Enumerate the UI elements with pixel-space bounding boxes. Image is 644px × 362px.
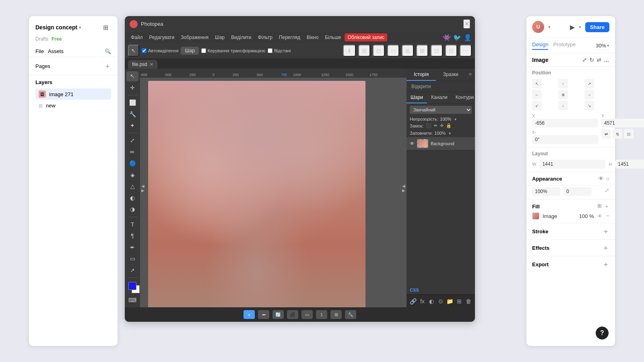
- menu-edit[interactable]: Редагувати: [147, 33, 178, 41]
- transform-checkbox[interactable]: [201, 48, 206, 53]
- align-middle-right[interactable]: →: [584, 90, 594, 99]
- add-page-button[interactable]: ＋: [104, 61, 111, 71]
- share-button[interactable]: Share: [585, 22, 609, 32]
- x-input[interactable]: [532, 119, 598, 128]
- eraser-tool[interactable]: ◈: [126, 170, 138, 180]
- export-add-icon[interactable]: ＋: [602, 259, 609, 269]
- menu-more[interactable]: Більше: [322, 33, 344, 41]
- collapse-right-icon[interactable]: ◀▶: [402, 184, 406, 193]
- distance-checkbox[interactable]: [268, 48, 272, 53]
- selection-tool[interactable]: ↖: [126, 71, 138, 81]
- collapse-left-icon[interactable]: ◀▶: [141, 184, 145, 193]
- flip-icon[interactable]: ⇄: [597, 57, 601, 63]
- wand-tool[interactable]: ✦: [126, 121, 138, 131]
- tool-icon-4[interactable]: ⊞: [402, 45, 414, 57]
- open-button[interactable]: Відкрити: [407, 81, 475, 92]
- history-tab[interactable]: Історія: [407, 69, 436, 81]
- rotate-icon[interactable]: ↻: [589, 57, 594, 63]
- nav-btn-3[interactable]: ⬛: [287, 310, 298, 319]
- align-top-left[interactable]: ↖: [532, 79, 542, 88]
- blend-mode-select[interactable]: Звичайний: [410, 106, 472, 114]
- assets-tab[interactable]: Assets: [48, 48, 64, 54]
- nav-btn-4[interactable]: ▭: [301, 310, 313, 319]
- crop-icon[interactable]: ⤢: [582, 57, 587, 63]
- effects-icon[interactable]: fx: [419, 296, 426, 306]
- menu-filter[interactable]: Фільтр: [255, 33, 275, 41]
- menu-layer[interactable]: Шар: [212, 33, 227, 41]
- zoom-dropdown-icon[interactable]: ▾: [607, 43, 609, 48]
- width-input[interactable]: [539, 160, 605, 169]
- tool-icon-7[interactable]: ⊟: [445, 45, 457, 57]
- text-tool[interactable]: T: [126, 219, 138, 229]
- menu-window[interactable]: Вікно: [304, 33, 321, 41]
- flip-h-button[interactable]: ⇄: [601, 129, 611, 139]
- layer-dropdown-btn[interactable]: Шар: [181, 47, 198, 55]
- panel-expand-icon[interactable]: ≡: [465, 69, 475, 81]
- fill-color-swatch[interactable]: [532, 212, 539, 220]
- fill-remove-icon[interactable]: −: [606, 212, 609, 220]
- tool-icon-3[interactable]: ▭: [387, 45, 399, 57]
- layer-entry-background[interactable]: 👁 Background: [407, 137, 475, 150]
- move-tool[interactable]: ✛: [126, 83, 138, 93]
- corner-radius-input[interactable]: [564, 187, 592, 196]
- delete-layer-icon[interactable]: 🗑: [465, 296, 472, 306]
- tool-icon-6[interactable]: ⊡: [431, 45, 443, 57]
- folder-icon[interactable]: 📁: [446, 296, 453, 306]
- help-button[interactable]: ?: [596, 327, 609, 339]
- flip-v-button[interactable]: ⇅: [613, 129, 622, 139]
- nav-btn-7[interactable]: 🔧: [345, 310, 356, 319]
- nav-btn-6[interactable]: ⊞: [330, 310, 342, 319]
- twitter-icon[interactable]: 🐦: [453, 34, 461, 41]
- curves-icon[interactable]: ⊙: [438, 296, 444, 306]
- samples-tab[interactable]: Зразки: [436, 69, 465, 81]
- marquee-tool[interactable]: ⬜: [126, 98, 138, 108]
- css-label[interactable]: CSS: [407, 286, 475, 294]
- tool-icon-2[interactable]: ⊟: [373, 45, 385, 57]
- lock-icon[interactable]: ⬛: [426, 123, 431, 128]
- opacity-input[interactable]: [532, 187, 560, 196]
- align-bottom-right[interactable]: ↘: [584, 101, 594, 110]
- crop-tool[interactable]: ⤢: [126, 136, 138, 146]
- pen-icon[interactable]: ✏: [434, 123, 438, 128]
- align-top-center[interactable]: ↑: [558, 79, 568, 88]
- chevron-avatar-icon[interactable]: ▾: [548, 25, 551, 30]
- y-input[interactable]: [601, 119, 644, 128]
- align-bottom-left[interactable]: ↙: [532, 101, 542, 110]
- photopea-canvas-area[interactable]: -656 -500 -250 0 250 500 785 1000 1250 1…: [140, 69, 407, 307]
- expand-icon[interactable]: ⤢: [605, 187, 609, 196]
- design-concept-title[interactable]: Design concept ▾: [35, 24, 81, 31]
- fill-add-icon[interactable]: ＋: [604, 203, 609, 210]
- menu-file[interactable]: Файл: [128, 33, 146, 41]
- auto-select-checkbox[interactable]: [142, 48, 147, 53]
- play-button[interactable]: ▶: [570, 23, 575, 31]
- lasso-tool[interactable]: 🔧: [126, 109, 138, 119]
- channels-tab[interactable]: Канали: [427, 92, 452, 103]
- play-dropdown-icon[interactable]: ▾: [579, 25, 581, 30]
- constrain-button[interactable]: ⊡: [624, 129, 634, 139]
- more-icon[interactable]: …: [604, 57, 609, 63]
- tool-icon-8[interactable]: ⋯: [460, 45, 472, 57]
- reddit-icon[interactable]: 👾: [443, 34, 451, 41]
- close-button[interactable]: ✕: [463, 19, 470, 29]
- eyedropper-tool[interactable]: ✏: [126, 147, 138, 157]
- fill-grid-icon[interactable]: ⊞: [597, 203, 602, 210]
- align-top-right[interactable]: ↗: [584, 79, 594, 88]
- file-tab[interactable]: file.psd ✕: [128, 60, 157, 69]
- rotation-input[interactable]: [532, 135, 598, 144]
- facebook-icon[interactable]: 👤: [464, 34, 472, 41]
- brush-tool[interactable]: 🔵: [126, 158, 138, 169]
- opacity-dropdown-icon[interactable]: ▾: [454, 117, 456, 121]
- effects-add-icon[interactable]: ＋: [602, 243, 609, 253]
- nav-btn-active[interactable]: v: [244, 310, 255, 319]
- tab-design[interactable]: Design: [532, 41, 548, 50]
- eye-icon[interactable]: 👁: [598, 175, 604, 182]
- move-tool-btn[interactable]: ↖: [128, 45, 139, 57]
- nav-btn-5[interactable]: 1: [316, 310, 327, 319]
- register-button[interactable]: Обліковий запис: [345, 33, 387, 41]
- height-input[interactable]: [615, 160, 644, 169]
- menu-select[interactable]: Виділити: [228, 33, 254, 41]
- tool-icon-5[interactable]: ⊠: [416, 45, 428, 57]
- menu-view[interactable]: Перегляд: [276, 33, 303, 41]
- layers-tab[interactable]: Шари: [407, 92, 427, 103]
- gradient-tool[interactable]: ◐: [126, 193, 138, 203]
